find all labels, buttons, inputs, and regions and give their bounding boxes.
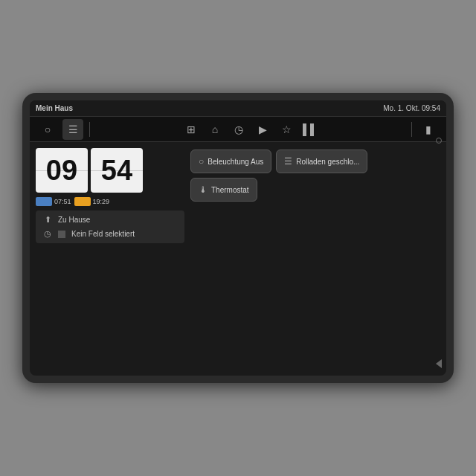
main-content: 09 54 07:51 19:29 [30,142,446,376]
nav-icons-group: ⊞ ⌂ ◷ ▶ ☆ ▌▌ [181,119,321,140]
weather-time-morning: 07:51 [54,198,71,205]
nav-bar: ○ ☰ ⊞ ⌂ ◷ ▶ ☆ ▌▌ ▮ [30,117,446,142]
edge-triangle[interactable] [436,359,442,368]
location-row: ⬆ Zu Hause [42,215,178,225]
tablet-outer: Mein Haus Mo. 1. Okt. 09:54 ○ ☰ ⊞ ⌂ ◷ ▶ … [22,93,454,383]
nav-separator-2 [411,122,412,137]
rolladen-icon: ☰ [284,156,292,167]
grid-icon[interactable]: ⊞ [181,119,202,140]
weather-afternoon: 19:29 [74,197,110,206]
beleuchtung-label: Beleuchtung Aus [208,158,263,166]
thermostat-label: Thermostat [211,186,249,194]
field-icon: ◷ [42,229,54,239]
weather-strip: 07:51 19:29 [36,197,184,206]
button-row-2: 🌡 Thermostat [190,178,440,202]
field-label: Kein Feld selektiert [71,230,135,238]
weather-icon-afternoon [74,197,91,206]
nav-separator [89,122,90,137]
datetime: Mo. 1. Okt. 09:54 [383,104,440,112]
camera-icon[interactable]: ▶ [252,119,273,140]
app-title: Mein Haus [36,104,73,112]
location-icon: ⬆ [42,215,54,225]
tablet-screen: Mein Haus Mo. 1. Okt. 09:54 ○ ☰ ⊞ ⌂ ◷ ▶ … [30,100,446,376]
field-row: ◷ Kein Feld selektiert [42,229,178,239]
clock-hours: 09 [36,148,88,193]
rolladen-button[interactable]: ☰ Rolladen geschlo... [276,149,367,173]
button-row-1: ○ Beleuchtung Aus ☰ Rolladen geschlo... [190,149,440,173]
edge-circle-top[interactable] [436,138,442,144]
battery-icon[interactable]: ▮ [418,119,439,140]
list-icon[interactable]: ☰ [62,119,83,140]
right-panel: ○ Beleuchtung Aus ☰ Rolladen geschlo... … [190,148,440,370]
star-icon[interactable]: ☆ [276,119,297,140]
bulb-icon: ○ [199,156,204,167]
clock-widget: 09 54 [36,148,184,193]
info-panel: ⬆ Zu Hause ◷ Kein Feld selektiert [36,210,184,243]
signal-icon[interactable]: ▌▌ [300,119,321,140]
beleuchtung-button[interactable]: ○ Beleuchtung Aus [190,149,271,173]
status-bar: Mein Haus Mo. 1. Okt. 09:54 [30,100,446,117]
clock-minutes: 54 [91,148,143,193]
thermostat-button[interactable]: 🌡 Thermostat [190,178,257,202]
kein-feld-square [58,231,65,238]
location-label: Zu Hause [58,216,90,224]
circle-icon[interactable]: ○ [37,119,58,140]
rolladen-label: Rolladen geschlo... [296,158,359,166]
weather-morning: 07:51 [36,197,71,206]
thermostat-icon: 🌡 [199,184,208,195]
left-panel: 09 54 07:51 19:29 [36,148,184,370]
house-icon[interactable]: ⌂ [205,119,225,140]
weather-time-afternoon: 19:29 [93,198,110,205]
clock-nav-icon[interactable]: ◷ [228,119,249,140]
weather-icon-morning [36,197,52,206]
right-edge [436,138,442,368]
